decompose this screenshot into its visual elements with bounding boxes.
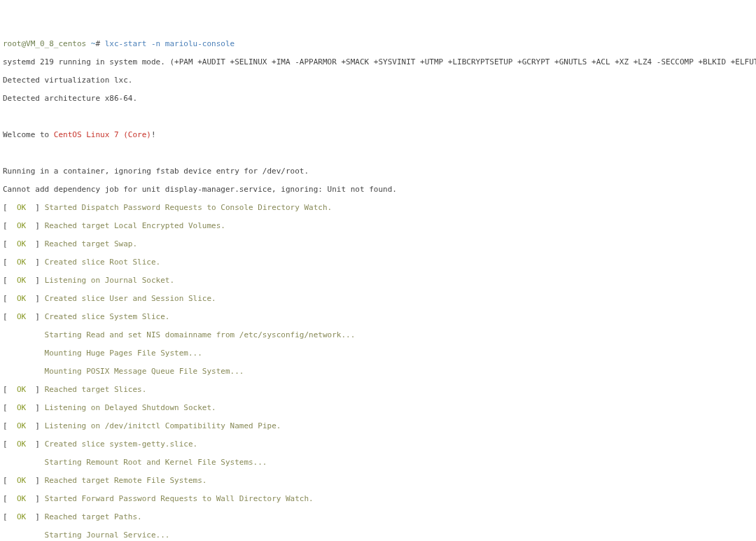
status-line: [ OK ] Reached target Local Encrypted Vo… xyxy=(3,221,756,230)
starting-text: Mounting Huge Pages File System... xyxy=(45,349,202,358)
status-line: [ OK ] Created slice System Slice. xyxy=(3,312,756,321)
distro-title: CentOS Linux 7 (Core) xyxy=(54,130,151,139)
starting-line: Mounting POSIX Message Queue File System… xyxy=(3,367,756,376)
status-text: Reached target Slices. xyxy=(45,385,147,394)
status-line: [ OK ] Reached target Paths. xyxy=(3,512,756,521)
ok-badge: OK xyxy=(17,294,26,303)
blank-line xyxy=(3,148,756,157)
command-option: -n xyxy=(151,39,160,48)
status-text: Reached target Remote File Systems. xyxy=(45,476,207,485)
starting-line: Starting Read and set NIS domainname fro… xyxy=(3,330,756,339)
command-arg: mariolu-console xyxy=(165,39,234,48)
output-line: Cannot add dependency job for unit displ… xyxy=(3,185,756,194)
output-line: Detected architecture x86-64. xyxy=(3,94,756,103)
ok-badge: OK xyxy=(17,512,26,521)
welcome-line: Welcome to CentOS Linux 7 (Core)! xyxy=(3,130,756,139)
ok-badge: OK xyxy=(17,312,26,321)
status-text: Created slice Root Slice. xyxy=(45,258,161,267)
prompt-hash: # xyxy=(95,39,100,48)
ok-badge: OK xyxy=(17,421,26,430)
ok-badge: OK xyxy=(17,385,26,394)
status-line: [ OK ] Reached target Swap. xyxy=(3,239,756,248)
status-text: Created slice User and Session Slice. xyxy=(45,294,216,303)
output-line: Detected virtualization lxc. xyxy=(3,76,756,85)
ok-badge: OK xyxy=(17,221,26,230)
starting-text: Starting Journal Service... xyxy=(45,531,170,540)
ok-badge: OK xyxy=(17,258,26,267)
starting-line: Mounting Huge Pages File System... xyxy=(3,349,756,358)
status-line: [ OK ] Started Dispatch Password Request… xyxy=(3,203,756,212)
prompt-line[interactable]: root@VM_0_8_centos ~# lxc-start -n mario… xyxy=(3,39,756,48)
status-line: [ OK ] Started Forward Password Requests… xyxy=(3,494,756,503)
command-name: lxc-start xyxy=(105,39,147,48)
starting-line: Starting Remount Root and Kernel File Sy… xyxy=(3,458,756,467)
status-line: [ OK ] Created slice system-getty.slice. xyxy=(3,440,756,449)
ok-badge: OK xyxy=(17,440,26,449)
ok-badge: OK xyxy=(17,476,26,485)
prompt-userhost: root@VM_0_8_centos xyxy=(3,39,86,48)
status-line: [ OK ] Listening on Journal Socket. xyxy=(3,276,756,285)
status-text: Reached target Swap. xyxy=(45,239,137,248)
blank-line xyxy=(3,112,756,121)
starting-text: Starting Remount Root and Kernel File Sy… xyxy=(45,458,267,467)
status-text: Reached target Local Encrypted Volumes. xyxy=(45,221,225,230)
ok-badge: OK xyxy=(17,494,26,503)
output-line: systemd 219 running in system mode. (+PA… xyxy=(3,57,756,66)
status-text: Created slice system-getty.slice. xyxy=(45,440,198,449)
status-text: Reached target Paths. xyxy=(45,512,142,521)
status-line: [ OK ] Listening on Delayed Shutdown Soc… xyxy=(3,403,756,412)
status-text: Listening on /dev/initctl Compatibility … xyxy=(45,421,281,430)
status-line: [ OK ] Reached target Slices. xyxy=(3,385,756,394)
status-text: Created slice System Slice. xyxy=(45,312,170,321)
status-text: Listening on Delayed Shutdown Socket. xyxy=(45,403,216,412)
ok-badge: OK xyxy=(17,276,26,285)
status-line: [ OK ] Reached target Remote File System… xyxy=(3,476,756,485)
status-text: Listening on Journal Socket. xyxy=(45,276,174,285)
ok-badge: OK xyxy=(17,239,26,248)
ok-badge: OK xyxy=(17,403,26,412)
status-line: [ OK ] Created slice User and Session Sl… xyxy=(3,294,756,303)
status-line: [ OK ] Created slice Root Slice. xyxy=(3,258,756,267)
status-text: Started Forward Password Requests to Wal… xyxy=(45,494,314,503)
starting-text: Starting Read and set NIS domainname fro… xyxy=(45,330,356,339)
starting-line: Starting Journal Service... xyxy=(3,531,756,540)
status-text: Started Dispatch Password Requests to Co… xyxy=(45,203,332,212)
welcome-suffix: ! xyxy=(151,130,156,139)
terminal[interactable]: root@VM_0_8_centos ~# lxc-start -n mario… xyxy=(3,30,756,541)
welcome-prefix: Welcome to xyxy=(3,130,54,139)
ok-badge: OK xyxy=(17,203,26,212)
starting-text: Mounting POSIX Message Queue File System… xyxy=(45,367,244,376)
output-line: Running in a container, ignoring fstab d… xyxy=(3,167,756,176)
status-line: [ OK ] Listening on /dev/initctl Compati… xyxy=(3,421,756,430)
